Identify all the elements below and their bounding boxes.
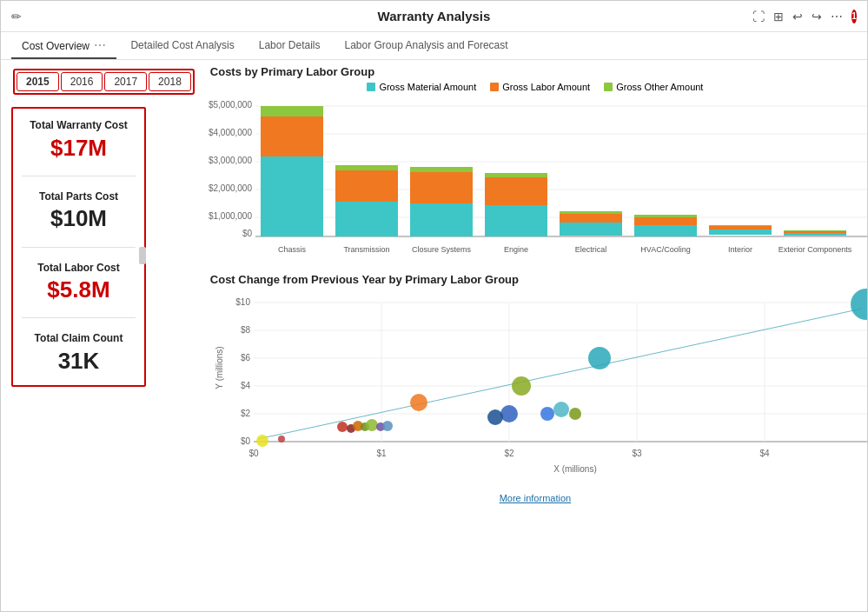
scatter-chart-section: Cost Change from Previous Year by Primar… [210,269,860,612]
bar-chart-title: Costs by Primary Labor Group [210,65,860,78]
legend-other-label: Gross Other Amount [616,82,703,92]
svg-text:$0: $0 [241,436,251,446]
scatter-dot-blue-1[interactable] [500,405,518,422]
tab-labor-group[interactable]: Labor Group Analysis and Forecast [334,34,518,58]
year-btn-2018[interactable]: 2018 [149,72,191,91]
legend-labor: Gross Labor Amount [490,82,590,92]
svg-text:$10: $10 [235,297,250,307]
bar-engine-labor [485,177,547,205]
scatter-dot-yellow[interactable] [256,435,268,447]
scatter-dot-blue-3[interactable] [540,407,554,421]
undo-icon[interactable]: ↩ [792,10,803,23]
svg-text:$2: $2 [504,449,514,458]
scatter-dot-mid-teal[interactable] [588,347,611,369]
edit-icon[interactable]: ✏ [11,10,22,23]
svg-text:Electrical: Electrical [575,245,607,254]
kpi-panel-handle[interactable] [139,247,146,264]
bar-transmission-other [335,165,398,170]
bar-transmission-labor [335,170,398,202]
bar-chassis-other [261,106,323,116]
grid-icon[interactable]: ⊞ [773,10,784,23]
svg-text:X (millions): X (millions) [553,464,596,474]
svg-text:$2,000,000: $2,000,000 [209,183,252,193]
svg-text:$4,000,000: $4,000,000 [209,128,252,137]
bar-closure-material [410,203,473,236]
more-info-link[interactable]: More information [210,493,860,503]
scatter-dot-teal-sm[interactable] [553,402,569,417]
svg-text:$4: $4 [241,381,251,390]
legend-labor-dot [490,83,499,91]
legend-material-dot [367,83,375,91]
svg-text:$3: $3 [632,449,642,458]
page-title: Warranty Analysis [116,9,752,23]
tab-detailed-cost[interactable]: Detailed Cost Analysis [120,34,244,58]
year-btn-2016[interactable]: 2016 [61,72,103,91]
svg-text:$2: $2 [241,409,251,418]
scatter-dot-green-sm[interactable] [366,419,378,431]
kpi-panel: Total Warranty Cost $17M Total Parts Cos… [11,107,146,387]
kpi-divider-3 [22,317,136,318]
scatter-dot-sm-red[interactable] [278,436,285,442]
chart-area: Costs by Primary Labor Group Gross Mater… [207,60,867,612]
scatter-dot-blue-2[interactable] [487,409,503,425]
svg-text:$1: $1 [376,449,387,458]
svg-text:Closure Systems: Closure Systems [412,245,472,254]
year-filters: 2015 2016 2017 2018 [1,60,207,100]
header: ✏ Warranty Analysis ⛶ ⊞ ↩ ↪ ⋯ 1 [1,1,867,32]
svg-text:$8: $8 [241,325,251,335]
bar-closure-other [410,167,473,172]
svg-text:$6: $6 [241,353,251,363]
bar-engine-material [485,205,547,236]
kpi-total-labor-label: Total Labor Cost [37,262,119,276]
bar-chart-container: $5,000,000 $4,000,000 $3,000,000 $2,000,… [210,97,860,269]
svg-text:$3,000,000: $3,000,000 [209,156,252,165]
kpi-total-warranty: Total Warranty Cost $17M [22,119,136,162]
bar-interior-labor [709,226,772,230]
badge: 1 [851,10,857,23]
scatter-dot-red-1[interactable] [337,422,348,432]
redo-icon[interactable]: ↪ [812,10,822,23]
year-btn-2017[interactable]: 2017 [104,72,147,91]
svg-text:Transmission: Transmission [343,245,389,254]
bar-chart-section: Costs by Primary Labor Group Gross Mater… [210,60,860,269]
kpi-divider-1 [22,176,136,176]
bar-engine-other [485,173,547,177]
svg-text:$0: $0 [242,229,253,238]
bar-chassis-material [261,156,323,236]
kpi-divider-2 [22,247,136,248]
scatter-dot-olive-large[interactable] [512,376,531,396]
bar-hvac-material [634,225,697,236]
bar-electrical-labor [560,214,622,223]
kpi-total-warranty-label: Total Warranty Cost [30,119,128,133]
tab-labor-details[interactable]: Labor Details [248,34,331,58]
kpi-total-claim-label: Total Claim Count [35,332,123,346]
bar-hvac-labor [634,217,697,225]
svg-text:Exterior Components: Exterior Components [779,245,852,254]
svg-text:$0: $0 [248,449,259,458]
svg-text:Engine: Engine [504,245,528,254]
tab-cost-overview[interactable]: Cost Overview ⋯ [11,33,116,59]
scatter-dot-large-teal[interactable] [851,289,867,320]
expand-icon[interactable]: ⛶ [752,10,765,23]
svg-text:Y (millions): Y (millions) [215,346,224,389]
bar-electrical-material [560,223,622,236]
scatter-wrapper: Y (millions) $10 $8 $6 $4 $2 $0 [210,289,860,489]
main-content: 2015 2016 2017 2018 Total Warranty Cost … [1,60,867,612]
scatter-dot-orange-1[interactable] [410,394,427,411]
legend-other-dot [604,83,613,91]
legend-other: Gross Other Amount [604,82,703,92]
legend-material-label: Gross Material Amount [379,82,476,92]
bar-transmission-material [335,202,398,236]
scatter-dot-olive-sm[interactable] [569,408,581,420]
bar-exterior-other [784,230,846,231]
tab-dots[interactable]: ⋯ [94,38,106,52]
year-btn-2015[interactable]: 2015 [17,72,59,91]
kpi-total-labor-value: $5.8M [47,276,109,303]
legend-labor-label: Gross Labor Amount [502,82,590,92]
scatter-dot-lightblue[interactable] [382,421,393,431]
bar-exterior-material [784,233,846,236]
kpi-total-parts-value: $10M [50,205,107,232]
year-filter-group: 2015 2016 2017 2018 [13,69,195,95]
bar-hvac-other [634,215,697,217]
more-icon[interactable]: ⋯ [831,10,843,23]
